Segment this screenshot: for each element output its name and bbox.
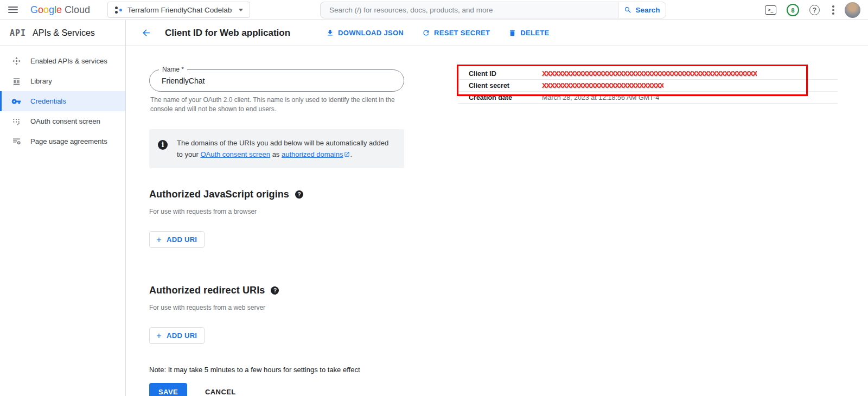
name-helper-text: The name of your OAuth 2.0 client. This … <box>149 95 403 114</box>
cancel-button[interactable]: CANCEL <box>199 383 242 396</box>
sidebar: API APIs & Services Enabled APIs & servi… <box>0 20 126 396</box>
topbar-actions: >_ 8 ? <box>765 0 860 20</box>
client-secret-label: Client secret <box>469 82 542 90</box>
search-button-label: Search <box>635 6 660 14</box>
js-origins-subtitle: For use with requests from a browser <box>149 208 404 215</box>
page-title: Client ID for Web application <box>165 28 290 39</box>
search-input[interactable] <box>321 2 618 18</box>
help-circle-icon[interactable]: ? <box>271 286 279 295</box>
project-selector-label: Terraform FriendlyChat Codelab <box>127 6 232 14</box>
authorized-domains-link[interactable]: authorized domains <box>282 150 350 158</box>
save-button[interactable]: SAVE <box>149 383 187 396</box>
back-arrow-icon[interactable] <box>135 22 157 44</box>
project-icon <box>114 6 123 14</box>
client-secret-value: XXXXXXXXXXXXXXXXXXXXXXXXXXXXXX <box>542 81 663 90</box>
hamburger-menu-icon[interactable] <box>0 0 26 20</box>
client-id-label: Client ID <box>469 70 542 78</box>
js-origins-title: Authorized JavaScript origins <box>149 189 289 200</box>
info-banner: i The domains of the URIs you add below … <box>149 129 404 168</box>
info-banner-text: The domains of the URIs you add below wi… <box>177 137 394 160</box>
logo-letter: e <box>56 4 62 16</box>
sidebar-item-credentials[interactable]: Credentials <box>0 91 125 111</box>
agreements-icon <box>11 137 21 146</box>
help-icon[interactable]: ? <box>809 5 820 15</box>
add-uri-origins-label: ADD URI <box>167 235 197 244</box>
reset-secret-label: RESET SECRET <box>434 29 490 37</box>
name-field: Name * <box>149 69 404 92</box>
cloud-shell-icon[interactable]: >_ <box>765 5 776 15</box>
sidebar-item-library[interactable]: Library <box>0 71 125 91</box>
sidebar-header: API APIs & Services <box>0 20 125 46</box>
sidebar-item-label: Credentials <box>30 97 66 105</box>
google-cloud-logo: Google Cloud <box>30 4 90 16</box>
name-input[interactable] <box>149 69 404 92</box>
sidebar-item-label: Enabled APIs & services <box>30 57 107 65</box>
delete-button[interactable]: DELETE <box>503 24 554 41</box>
redirect-uris-section-header: Authorized redirect URIs ? <box>149 285 404 296</box>
logo-letter: g <box>49 4 54 16</box>
sidebar-item-label: Library <box>30 77 52 85</box>
main-content: Client ID for Web application DOWNLOAD J… <box>126 20 868 396</box>
redirect-uris-title: Authorized redirect URIs <box>149 285 265 296</box>
client-secret-row: Client secret XXXXXXXXXXXXXXXXXXXXXXXXXX… <box>458 80 838 92</box>
chevron-down-icon <box>239 9 243 11</box>
search-button[interactable]: Search <box>618 2 666 18</box>
notifications-badge[interactable]: 8 <box>787 4 799 16</box>
download-json-button[interactable]: DOWNLOAD JSON <box>321 24 409 41</box>
creation-date-value: March 28, 2023 at 12:18:56 AM GMT-4 <box>542 94 659 101</box>
trash-icon <box>508 29 516 37</box>
logo-letter: o <box>38 4 43 16</box>
external-link-icon <box>344 151 350 157</box>
logo-cloud-text: Cloud <box>65 4 90 16</box>
top-bar: Google Cloud Terraform FriendlyChat Code… <box>0 0 868 20</box>
overflow-menu-icon[interactable] <box>830 5 834 15</box>
search-icon <box>624 6 632 14</box>
help-circle-icon[interactable]: ? <box>295 190 303 199</box>
global-search: Search <box>320 2 666 18</box>
name-field-label: Name * <box>159 66 187 73</box>
add-uri-origins-button[interactable]: ADD URI <box>149 231 205 248</box>
logo-letter: o <box>43 4 49 16</box>
sidebar-item-oauth-consent[interactable]: OAuth consent screen <box>0 111 125 131</box>
creation-date-row: Creation date March 28, 2023 at 12:18:56… <box>458 92 838 104</box>
info-text-middle: as <box>272 150 280 158</box>
settings-note: Note: It may take 5 minutes to a few hou… <box>149 366 404 374</box>
sidebar-item-label: Page usage agreements <box>30 137 107 145</box>
logo-letter: G <box>30 4 38 16</box>
api-product-icon: API <box>10 28 26 38</box>
project-selector[interactable]: Terraform FriendlyChat Codelab <box>107 2 250 18</box>
reset-secret-button[interactable]: RESET SECRET <box>417 24 495 41</box>
client-form: Name * The name of your OAuth 2.0 client… <box>149 69 404 396</box>
download-icon <box>326 29 334 37</box>
info-text-after: . <box>350 150 352 158</box>
plus-icon <box>155 332 163 340</box>
info-icon: i <box>158 140 168 150</box>
sidebar-item-page-usage[interactable]: Page usage agreements <box>0 131 125 151</box>
library-icon <box>11 76 21 86</box>
client-id-value: XXXXXXXXXXXXXXXXXXXXXXXXXXXXXXXXXXXXXXXX… <box>542 69 757 78</box>
redirect-uris-subtitle: For use with requests from a web server <box>149 304 404 311</box>
sidebar-item-enabled-apis[interactable]: Enabled APIs & services <box>0 51 125 71</box>
sidebar-item-label: OAuth consent screen <box>30 117 100 125</box>
avatar[interactable] <box>845 2 860 18</box>
client-details-panel: Client ID XXXXXXXXXXXXXXXXXXXXXXXXXXXXXX… <box>458 68 838 104</box>
download-json-label: DOWNLOAD JSON <box>338 29 404 37</box>
add-uri-redirect-label: ADD URI <box>167 331 197 340</box>
sidebar-title: APIs & Services <box>33 28 95 38</box>
authorized-domains-link-label: authorized domains <box>282 150 343 158</box>
consent-screen-icon <box>11 117 21 126</box>
add-uri-redirect-button[interactable]: ADD URI <box>149 327 205 344</box>
dashboard-icon <box>11 56 21 66</box>
key-icon <box>11 97 21 106</box>
client-id-row: Client ID XXXXXXXXXXXXXXXXXXXXXXXXXXXXXX… <box>458 68 838 80</box>
plus-icon <box>155 236 163 244</box>
refresh-icon <box>422 29 430 37</box>
delete-label: DELETE <box>520 29 549 37</box>
creation-date-label: Creation date <box>469 94 542 101</box>
js-origins-section-header: Authorized JavaScript origins ? <box>149 189 404 200</box>
page-header: Client ID for Web application DOWNLOAD J… <box>126 20 868 46</box>
oauth-consent-screen-link[interactable]: OAuth consent screen <box>200 150 270 158</box>
